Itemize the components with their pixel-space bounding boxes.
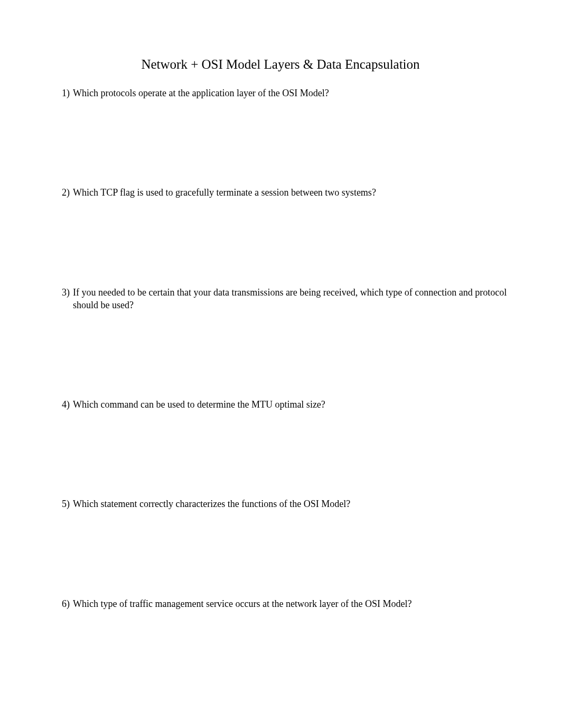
- question-item: 4) Which command can be used to determin…: [60, 398, 513, 411]
- question-number: 6): [60, 597, 73, 610]
- question-number: 3): [60, 286, 73, 312]
- question-text: Which protocols operate at the applicati…: [73, 87, 513, 99]
- question-text: Which type of traffic management service…: [73, 597, 513, 610]
- page-title: Network + OSI Model Layers & Data Encaps…: [48, 57, 513, 72]
- question-item: 1) Which protocols operate at the applic…: [60, 87, 513, 99]
- question-number: 5): [60, 497, 73, 510]
- questions-list: 1) Which protocols operate at the applic…: [48, 87, 513, 610]
- question-number: 1): [60, 87, 73, 99]
- question-item: 6) Which type of traffic management serv…: [60, 597, 513, 610]
- question-item: 2) Which TCP flag is used to gracefully …: [60, 186, 513, 199]
- question-item: 3) If you needed to be certain that your…: [60, 286, 513, 312]
- question-number: 4): [60, 398, 73, 411]
- question-item: 5) Which statement correctly characteriz…: [60, 497, 513, 510]
- question-text: Which statement correctly characterizes …: [73, 497, 513, 510]
- question-text: Which command can be used to determine t…: [73, 398, 513, 411]
- question-text: If you needed to be certain that your da…: [73, 286, 513, 312]
- question-number: 2): [60, 186, 73, 199]
- question-text: Which TCP flag is used to gracefully ter…: [73, 186, 513, 199]
